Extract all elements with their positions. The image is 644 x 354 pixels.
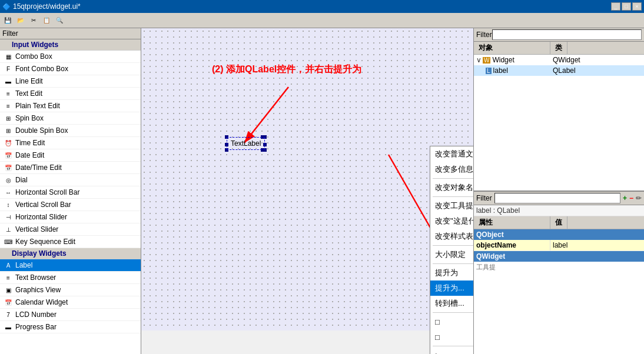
- window-controls[interactable]: _ □ ×: [611, 2, 642, 11]
- menu-item-go-to-slot[interactable]: 转到槽...: [430, 296, 473, 311]
- widget-item-key-seq-edit[interactable]: ⌨ Key Sequence Edit: [0, 236, 141, 248]
- menu-item-size-policy[interactable]: 大小限定: [430, 247, 473, 262]
- widget-item-time-edit[interactable]: ⏰ Time Edit: [0, 137, 141, 149]
- context-menu: 改变普通文本... 改变多信息文本... 改变对象名称... 改变工具提示...…: [430, 146, 473, 354]
- widget-tree-icon: W: [483, 57, 490, 64]
- h-scrollbar-icon: ↔: [4, 188, 13, 197]
- toolbar-btn-1[interactable]: 💾: [1, 15, 14, 26]
- menu-item-change-obj-name[interactable]: 改变对象名称...: [430, 180, 473, 195]
- tree-header: 对象 类: [474, 42, 644, 55]
- design-canvas[interactable]: (2) 添加QLabel控件，并右击提升为: [141, 28, 473, 330]
- category-input-widgets: Input Widgets: [0, 39, 141, 51]
- dial-label: Dial: [15, 176, 28, 184]
- property-remove-button[interactable]: −: [629, 194, 633, 202]
- widget-item-progress-bar[interactable]: ▬ Progress Bar: [0, 321, 141, 333]
- widget-item-lcd-number[interactable]: 7 LCD Number: [0, 309, 141, 321]
- toolbar-btn-4[interactable]: 📋: [40, 15, 53, 26]
- tool-hint: 工具提: [474, 262, 644, 273]
- date-edit-icon: 📅: [4, 151, 13, 160]
- widget-item-h-slider[interactable]: ⊣ Horizontal Slider: [0, 211, 141, 223]
- widget-item-double-spin-box[interactable]: ⊞ Double Spin Box: [0, 125, 141, 137]
- menu-separator-5: [433, 312, 473, 313]
- widget-item-plain-text-edit[interactable]: ≡ Plain Text Edit: [0, 100, 141, 112]
- prop-value-objectname[interactable]: label: [550, 240, 644, 251]
- toolbar-btn-5[interactable]: 🔍: [53, 15, 66, 26]
- key-seq-edit-label: Key Sequence Edit: [15, 238, 75, 246]
- widget-item-calendar[interactable]: 📅 Calendar Widget: [0, 296, 141, 309]
- tree-row-widget[interactable]: ∨ W Widget QWidget: [474, 55, 644, 65]
- menu-item-promote[interactable]: 提升为: [430, 265, 473, 280]
- expand-icon: ∨: [476, 56, 482, 64]
- widget-item-text-edit[interactable]: ≡ Text Edit: [0, 88, 141, 100]
- menu-item-bring-to-front[interactable]: □ 放到前面(F): [430, 329, 473, 345]
- menu-item-cut[interactable]: ✂ 剪切(T) Ctrl+X: [430, 348, 473, 354]
- widget-item-datetime-edit[interactable]: 📅 Date/Time Edit: [0, 162, 141, 174]
- object-tree-panel: Filter 对象 类 ∨ W Widget QWidget: [474, 28, 644, 192]
- widget-item-graphics-view[interactable]: ▣ Graphics View: [0, 284, 141, 296]
- property-add-button[interactable]: +: [623, 194, 627, 202]
- widget-list: Input Widgets ▦ Combo Box F Font Combo B…: [0, 39, 141, 354]
- menu-item-change-plain-text[interactable]: 改变普通文本...: [430, 146, 473, 162]
- maximize-button[interactable]: □: [622, 2, 631, 11]
- combo-box-label: Combo Box: [15, 52, 52, 61]
- menu-item-send-to-back[interactable]: □ 放到后面(B): [430, 314, 473, 329]
- label-label: Label: [15, 261, 32, 269]
- progress-bar-label: Progress Bar: [15, 323, 57, 331]
- line-edit-icon: ▬: [4, 76, 13, 86]
- left-panel-filter-label: Filter: [0, 28, 141, 39]
- graphics-view-label: Graphics View: [15, 286, 61, 294]
- text-label-content: TextLabel: [227, 137, 265, 150]
- property-filter-label: Filter: [476, 194, 492, 202]
- v-scrollbar-icon: ↕: [4, 200, 13, 209]
- menu-item-change-stylesheet[interactable]: 改变样式表...: [430, 229, 473, 244]
- svg-line-1: [244, 87, 288, 143]
- property-table: 属性 值 QObject objectName label QWidget 工具…: [474, 216, 644, 354]
- widget-item-spin-box[interactable]: ⊞ Spin Box: [0, 112, 141, 125]
- menu-item-change-tooltip[interactable]: 改变工具提示...: [430, 198, 473, 213]
- widget-item-date-edit[interactable]: 📅 Date Edit: [0, 149, 141, 162]
- text-label-widget[interactable]: TextLabel: [227, 137, 265, 150]
- text-browser-icon: ≡: [4, 273, 13, 282]
- time-edit-label: Time Edit: [15, 139, 45, 147]
- font-combo-box-icon: F: [4, 64, 13, 74]
- tree-col-class: 类: [550, 42, 567, 54]
- object-tree-filter-input[interactable]: [492, 29, 642, 40]
- property-panel: Filter + − ✏ label : QLabel 属性 值 QObject…: [474, 192, 644, 354]
- widget-item-line-edit[interactable]: ▬ Line Edit: [0, 75, 141, 88]
- widget-item-dial[interactable]: ◎ Dial: [0, 174, 141, 186]
- widget-item-combo-box[interactable]: ▦ Combo Box: [0, 51, 141, 63]
- widget-item-text-browser[interactable]: ≡ Text Browser: [0, 272, 141, 284]
- menu-item-change-rich-text[interactable]: 改变多信息文本...: [430, 162, 473, 177]
- progress-bar-icon: ▬: [4, 322, 13, 332]
- close-button[interactable]: ×: [632, 2, 642, 11]
- toolbar-btn-2[interactable]: 📂: [14, 15, 27, 26]
- menu-separator-4: [433, 263, 473, 264]
- menu-item-promote-to[interactable]: 提升为...: [430, 280, 473, 296]
- widget-item-v-scrollbar[interactable]: ↕ Vertical Scroll Bar: [0, 199, 141, 211]
- label-icon: A: [4, 261, 13, 270]
- v-scrollbar-label: Vertical Scroll Bar: [15, 201, 71, 209]
- lcd-number-label: LCD Number: [15, 310, 57, 319]
- h-slider-label: Horizontal Slider: [15, 213, 67, 221]
- tree-row-label[interactable]: L label QLabel: [474, 65, 644, 76]
- menu-item-change-whatsthis[interactable]: 改变"这是什么"...: [430, 213, 473, 229]
- time-edit-icon: ⏰: [4, 138, 13, 148]
- toolbar-btn-3[interactable]: ✂: [27, 15, 40, 26]
- spin-box-label: Spin Box: [15, 114, 44, 122]
- minimize-button[interactable]: _: [611, 2, 620, 11]
- widget-item-h-scrollbar[interactable]: ↔ Horizontal Scroll Bar: [0, 186, 141, 199]
- tree-object-widget: Widget: [492, 56, 514, 64]
- plain-text-edit-label: Plain Text Edit: [15, 102, 60, 110]
- property-edit-button[interactable]: ✏: [636, 194, 642, 202]
- property-filter-input[interactable]: [494, 193, 620, 203]
- double-spin-box-icon: ⊞: [4, 126, 13, 135]
- widget-item-font-combo-box[interactable]: F Font Combo Box: [0, 63, 141, 75]
- prop-row-objectname[interactable]: objectName label: [474, 240, 644, 251]
- widget-item-label[interactable]: A Label: [0, 259, 141, 272]
- category-display-widgets: Display Widgets: [0, 248, 141, 259]
- widget-item-v-slider[interactable]: ⊥ Vertical Slider: [0, 223, 141, 236]
- app-icon: 🔷: [2, 3, 11, 11]
- title-bar: 🔷 15qtproject/widget.ui* _ □ ×: [0, 0, 644, 13]
- annotation-text: (2) 添加QLabel控件，并右击提升为: [212, 64, 361, 76]
- key-seq-edit-icon: ⌨: [4, 237, 13, 246]
